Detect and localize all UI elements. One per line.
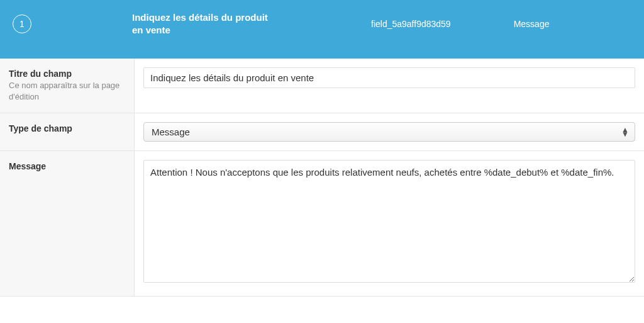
input-cell-type: Message ▲▼ <box>135 113 644 150</box>
label-message: Message <box>9 161 125 171</box>
label-cell-type: Type de champ <box>0 113 135 150</box>
field-header-type: Message <box>514 19 550 29</box>
label-cell-message: Message <box>0 151 135 296</box>
field-order-number: 1 <box>19 19 25 29</box>
field-order-badge[interactable]: 1 <box>13 14 31 33</box>
row-field-type: Type de champ Message ▲▼ <box>0 113 644 151</box>
field-header: 1 Indiquez les détails du produit en ven… <box>0 0 644 59</box>
input-cell-message <box>135 151 644 296</box>
field-header-title[interactable]: Indiquez les détails du produit en vente <box>132 11 277 36</box>
message-textarea[interactable] <box>143 160 635 283</box>
input-cell-title <box>135 59 644 113</box>
field-type-select[interactable]: Message <box>143 122 635 142</box>
field-header-key: field_5a9aff9d83d59 <box>371 19 451 29</box>
field-type-select-wrap: Message ▲▼ <box>143 122 635 142</box>
label-title: Titre du champ <box>9 69 125 79</box>
row-field-title: Titre du champ Ce nom apparaîtra sur la … <box>0 59 644 113</box>
label-desc: Ce nom apparaîtra sur la page d'édition <box>9 80 125 103</box>
label-type: Type de champ <box>9 123 125 133</box>
row-message: Message <box>0 151 644 297</box>
field-title-input[interactable] <box>143 67 635 88</box>
label-cell-title: Titre du champ Ce nom apparaîtra sur la … <box>0 59 135 113</box>
